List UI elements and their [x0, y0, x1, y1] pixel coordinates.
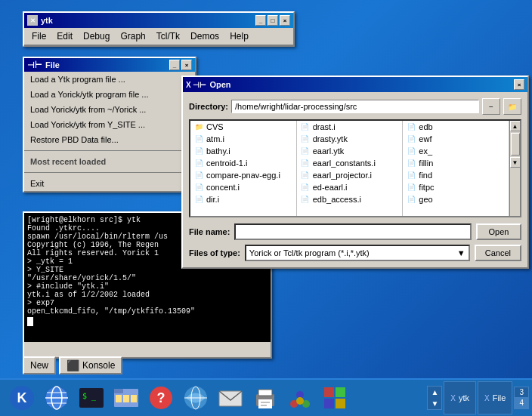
- svg-text:K: K: [17, 390, 27, 405]
- task-button-ytk[interactable]: X ytk: [444, 381, 476, 414]
- file-load-yorick-ytk[interactable]: Load a Yorick/ytk program file ...: [24, 87, 195, 102]
- open-dialog: X ⊣⊢ Open × Directory: /home/wright/lida…: [181, 75, 529, 269]
- file-item-concent[interactable]: 📄 concent.i: [190, 181, 296, 193]
- file-item-edb[interactable]: 📄 edb: [403, 121, 509, 133]
- menu-graph[interactable]: Graph: [116, 29, 150, 43]
- file-item-geo[interactable]: 📄 geo: [403, 193, 509, 205]
- menu-tcltk[interactable]: Tcl/Tk: [152, 29, 184, 43]
- file-item-fitpc[interactable]: 📄 fitpc: [403, 181, 509, 193]
- file-item-drast[interactable]: 📄 drast.i: [297, 121, 403, 133]
- workspace-pager: 3 4: [514, 387, 529, 409]
- open-dialog-title-text: Open: [209, 80, 230, 89]
- file-load-yorick-home[interactable]: Load Yorick/ytk from ~/Yorick ...: [24, 102, 195, 117]
- file-item-edbaccess[interactable]: 📄 edb_access.i: [297, 193, 403, 205]
- kde-start-icon[interactable]: K: [6, 382, 38, 414]
- task-button-file[interactable]: X File: [478, 381, 512, 414]
- filetype-value: Yorick or Tcl/tk program (*.i,*.ytk): [249, 248, 370, 257]
- file-name-atm: atm.i: [206, 134, 224, 143]
- menu-edit[interactable]: Edit: [52, 29, 77, 43]
- network-icon[interactable]: [180, 382, 212, 414]
- file-dropdown-close[interactable]: ×: [181, 60, 192, 70]
- file-name-drastytk: drasty.ytk: [313, 134, 348, 143]
- terminal-line-8: "/usr/share/yorick/1.5/": [27, 274, 268, 282]
- file-item-eaarl-const[interactable]: 📄 eaarl_constants.i: [297, 157, 403, 169]
- ytk-close-button[interactable]: ×: [280, 15, 290, 26]
- scroll-up-button[interactable]: ▲: [510, 121, 521, 131]
- cancel-button[interactable]: Cancel: [475, 245, 521, 261]
- file-name-centroid: centroid-1.i: [206, 159, 247, 168]
- directory-folder-button[interactable]: 📁: [503, 98, 521, 115]
- doc-icon: 📄: [300, 194, 311, 205]
- menu-debug[interactable]: Debug: [79, 29, 114, 43]
- doc-icon: 📄: [300, 158, 311, 168]
- shell-icon[interactable]: $ _: [76, 382, 107, 414]
- new-button[interactable]: New: [23, 356, 56, 374]
- file-item-compare[interactable]: 📄 compare-pnav-egg.i: [190, 169, 296, 181]
- menu-help[interactable]: Help: [225, 29, 253, 43]
- menu-demos[interactable]: Demos: [186, 29, 224, 43]
- terminal-line-9: > #include "ytk.i": [27, 282, 268, 291]
- help-icon[interactable]: ?: [145, 382, 177, 414]
- file-name-edbaccess: edb_access.i: [313, 195, 361, 204]
- doc-icon: 📄: [406, 146, 416, 156]
- konsole-button[interactable]: ⬛ Konsole: [59, 356, 122, 374]
- open-dialog-close[interactable]: ×: [514, 79, 524, 90]
- task-file-label: File: [493, 393, 506, 402]
- file-restore-pbd[interactable]: Restore PBD Data file...: [24, 132, 195, 147]
- file-name-fillin: fillin: [419, 159, 433, 168]
- pager-3[interactable]: 3: [515, 387, 528, 398]
- file-item-bathy[interactable]: 📄 bathy.i: [190, 145, 296, 157]
- file-item-centroid[interactable]: 📄 centroid-1.i: [190, 157, 296, 169]
- file-dropdown-title: ⊣⊢ File _ ×: [24, 58, 195, 72]
- scroll-thumb[interactable]: [511, 133, 520, 156]
- svg-rect-30: [336, 387, 345, 397]
- menu-file[interactable]: File: [27, 29, 51, 43]
- pager-4[interactable]: 4: [515, 398, 528, 408]
- file-item-cvs[interactable]: 📁 CVS: [190, 121, 296, 133]
- directory-label: Directory:: [189, 102, 228, 111]
- file-item-atm[interactable]: 📄 atm.i: [190, 133, 296, 145]
- filetype-select[interactable]: Yorick or Tcl/tk program (*.i,*.ytk) ▼: [245, 245, 470, 261]
- ytk-window: ✕ ytk _ □ × File Edit Debug Graph Tcl/Tk…: [23, 11, 295, 47]
- printer-icon[interactable]: [249, 382, 281, 414]
- file-name-eaarl-proj: eaarl_projector.i: [313, 171, 372, 180]
- directory-path: /home/wright/lidar-processing/src: [231, 100, 479, 113]
- file-dropdown-buttons: _ ×: [169, 60, 192, 70]
- svg-text:?: ?: [157, 390, 165, 405]
- file-list-scrollbar[interactable]: ▲ ▼: [509, 121, 520, 216]
- file-dropdown-minimize[interactable]: _: [169, 60, 180, 70]
- doc-icon: 📄: [300, 134, 311, 144]
- file-exit[interactable]: Exit: [24, 176, 195, 191]
- mail-icon[interactable]: [215, 382, 246, 414]
- filemanager-icon[interactable]: [110, 382, 142, 414]
- filename-input[interactable]: [234, 223, 472, 240]
- tools-icon[interactable]: [319, 382, 351, 414]
- file-item-dir[interactable]: 📄 dir.i: [190, 193, 296, 205]
- ytk-minimize-button[interactable]: _: [255, 15, 266, 26]
- open-button[interactable]: Open: [476, 223, 521, 240]
- konsole-icon: ⬛: [66, 359, 79, 371]
- help-svg: ?: [147, 384, 175, 411]
- taskbar-scroll-down[interactable]: ▼: [428, 398, 441, 409]
- ytk-maximize-button[interactable]: □: [268, 15, 278, 26]
- file-item-find[interactable]: 📄 find: [403, 169, 509, 181]
- svg-rect-23: [261, 402, 270, 403]
- taskbar-right: ▲ ▼ X ytk X File 3 4: [427, 381, 532, 414]
- file-item-ex[interactable]: 📄 ex_: [403, 145, 509, 157]
- file-item-edeaarl[interactable]: 📄 ed-eaarl.i: [297, 181, 403, 193]
- file-item-fillin[interactable]: 📄 fillin: [403, 157, 509, 169]
- scroll-down-button[interactable]: ▼: [510, 157, 521, 168]
- file-item-drastytk[interactable]: 📄 drasty.ytk: [297, 133, 403, 145]
- file-load-ytk[interactable]: Load a Ytk program file ...: [24, 72, 195, 87]
- file-item-ewf[interactable]: 📄 ewf: [403, 133, 509, 145]
- doc-icon: 📄: [406, 122, 416, 132]
- browser-icon[interactable]: [41, 382, 73, 414]
- file-load-yorick-ysite[interactable]: Load Yorick/ytk from Y_SITE ...: [24, 117, 195, 132]
- directory-up-button[interactable]: −: [482, 98, 500, 115]
- file-item-eaarl[interactable]: 📄 eaarl.ytk: [297, 145, 403, 157]
- taskbar-scroll-up[interactable]: ▲: [428, 387, 441, 398]
- paint-svg: [286, 384, 314, 411]
- paint-icon[interactable]: [284, 382, 316, 414]
- file-item-eaarl-proj[interactable]: 📄 eaarl_projector.i: [297, 169, 403, 181]
- file-name-find: find: [419, 171, 432, 180]
